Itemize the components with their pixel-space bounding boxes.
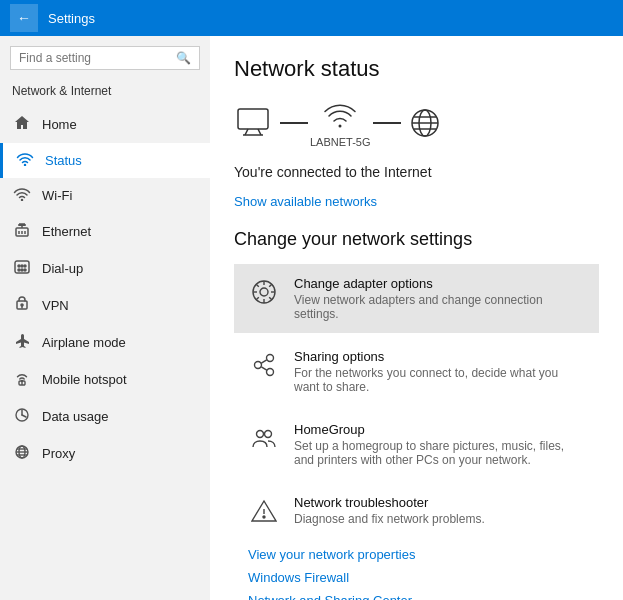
- svg-point-42: [257, 431, 264, 438]
- svg-rect-18: [238, 109, 268, 129]
- vpn-icon: [12, 296, 32, 315]
- connected-text: You're connected to the Internet: [234, 164, 599, 180]
- homegroup-icon: [248, 422, 280, 454]
- sidebar-item-dialup[interactable]: Dial-up: [0, 250, 210, 287]
- settings-item-homegroup[interactable]: HomeGroup Set up a homegroup to share pi…: [234, 410, 599, 479]
- network-diagram: LABNET-5G: [234, 98, 599, 148]
- sidebar: 🔍 Network & Internet Home Status: [0, 36, 210, 600]
- show-networks-link[interactable]: Show available networks: [234, 194, 377, 209]
- homegroup-title: HomeGroup: [294, 422, 585, 437]
- sidebar-item-home-label: Home: [42, 117, 77, 132]
- sidebar-item-vpn-label: VPN: [42, 298, 69, 313]
- search-icon: 🔍: [176, 51, 191, 65]
- line-2: [373, 122, 401, 124]
- back-button[interactable]: ←: [10, 4, 38, 32]
- troubleshooter-icon: [248, 495, 280, 527]
- sharing-icon: [248, 349, 280, 381]
- page-title: Network status: [234, 56, 599, 82]
- svg-point-4: [24, 265, 26, 267]
- ethernet-icon: [12, 222, 32, 241]
- homegroup-desc: Set up a homegroup to share pictures, mu…: [294, 439, 585, 467]
- dialup-icon: [12, 259, 32, 278]
- sidebar-item-proxy-label: Proxy: [42, 446, 75, 461]
- svg-line-19: [245, 129, 248, 135]
- proxy-icon: [12, 444, 32, 463]
- hotspot-icon: [12, 370, 32, 389]
- svg-point-6: [21, 269, 23, 271]
- sidebar-item-status-label: Status: [45, 153, 82, 168]
- title-bar: ← Settings: [0, 0, 623, 36]
- sidebar-item-airplane[interactable]: Airplane mode: [0, 324, 210, 361]
- sidebar-section-label: Network & Internet: [0, 78, 210, 106]
- svg-line-41: [261, 367, 266, 370]
- svg-line-40: [261, 360, 266, 363]
- app-body: 🔍 Network & Internet Home Status: [0, 36, 623, 600]
- svg-line-34: [269, 297, 272, 300]
- bottom-links: View your network properties Windows Fir…: [234, 547, 599, 600]
- sidebar-item-dialup-label: Dial-up: [42, 261, 83, 276]
- svg-point-28: [260, 288, 268, 296]
- svg-point-5: [18, 269, 20, 271]
- globe-icon: [403, 105, 447, 141]
- home-icon: [12, 115, 32, 134]
- change-settings-title: Change your network settings: [234, 229, 599, 250]
- sidebar-item-vpn[interactable]: VPN: [0, 287, 210, 324]
- sharing-text: Sharing options For the networks you con…: [294, 349, 585, 394]
- adapter-title: Change adapter options: [294, 276, 585, 291]
- adapter-desc: View network adapters and change connect…: [294, 293, 585, 321]
- sidebar-item-status[interactable]: Status: [0, 143, 210, 178]
- router-icon: LABNET-5G: [310, 98, 371, 148]
- status-icon: [15, 152, 35, 169]
- sidebar-item-proxy[interactable]: Proxy: [0, 435, 210, 472]
- main-content: Network status: [210, 36, 623, 600]
- airplane-icon: [12, 333, 32, 352]
- link-network-sharing-center[interactable]: Network and Sharing Center: [248, 593, 599, 600]
- svg-line-20: [258, 129, 261, 135]
- svg-point-2: [18, 265, 20, 267]
- link-network-properties[interactable]: View your network properties: [248, 547, 599, 562]
- search-box[interactable]: 🔍: [10, 46, 200, 70]
- svg-line-35: [269, 284, 272, 287]
- svg-point-7: [24, 269, 26, 271]
- sidebar-item-wifi[interactable]: Wi-Fi: [0, 178, 210, 213]
- search-input[interactable]: [19, 51, 176, 65]
- sidebar-item-hotspot-label: Mobile hotspot: [42, 372, 127, 387]
- network-name: LABNET-5G: [310, 136, 371, 148]
- settings-item-sharing[interactable]: Sharing options For the networks you con…: [234, 337, 599, 406]
- sharing-desc: For the networks you connect to, decide …: [294, 366, 585, 394]
- app-title: Settings: [48, 11, 95, 26]
- troubleshooter-text: Network troubleshooter Diagnose and fix …: [294, 495, 485, 526]
- sidebar-item-wifi-label: Wi-Fi: [42, 188, 72, 203]
- troubleshooter-title: Network troubleshooter: [294, 495, 485, 510]
- sidebar-item-ethernet-label: Ethernet: [42, 224, 91, 239]
- svg-line-33: [256, 284, 259, 287]
- sidebar-item-datausage[interactable]: Data usage: [0, 398, 210, 435]
- sidebar-item-airplane-label: Airplane mode: [42, 335, 126, 350]
- sidebar-item-home[interactable]: Home: [0, 106, 210, 143]
- sidebar-item-datausage-label: Data usage: [42, 409, 109, 424]
- sharing-title: Sharing options: [294, 349, 585, 364]
- svg-point-38: [267, 355, 274, 362]
- svg-point-3: [21, 265, 23, 267]
- sidebar-item-ethernet[interactable]: Ethernet: [0, 213, 210, 250]
- troubleshooter-desc: Diagnose and fix network problems.: [294, 512, 485, 526]
- svg-point-46: [263, 516, 265, 518]
- adapter-icon: [248, 276, 280, 308]
- svg-point-43: [265, 431, 272, 438]
- settings-item-troubleshooter[interactable]: Network troubleshooter Diagnose and fix …: [234, 483, 599, 539]
- svg-line-36: [256, 297, 259, 300]
- svg-point-39: [267, 369, 274, 376]
- homegroup-text: HomeGroup Set up a homegroup to share pi…: [294, 422, 585, 467]
- datausage-icon: [12, 407, 32, 426]
- settings-item-adapter[interactable]: Change adapter options View network adap…: [234, 264, 599, 333]
- adapter-text: Change adapter options View network adap…: [294, 276, 585, 321]
- wifi-icon: [12, 187, 32, 204]
- link-windows-firewall[interactable]: Windows Firewall: [248, 570, 599, 585]
- svg-point-37: [255, 362, 262, 369]
- line-1: [280, 122, 308, 124]
- computer-icon: [234, 105, 278, 141]
- sidebar-item-hotspot[interactable]: Mobile hotspot: [0, 361, 210, 398]
